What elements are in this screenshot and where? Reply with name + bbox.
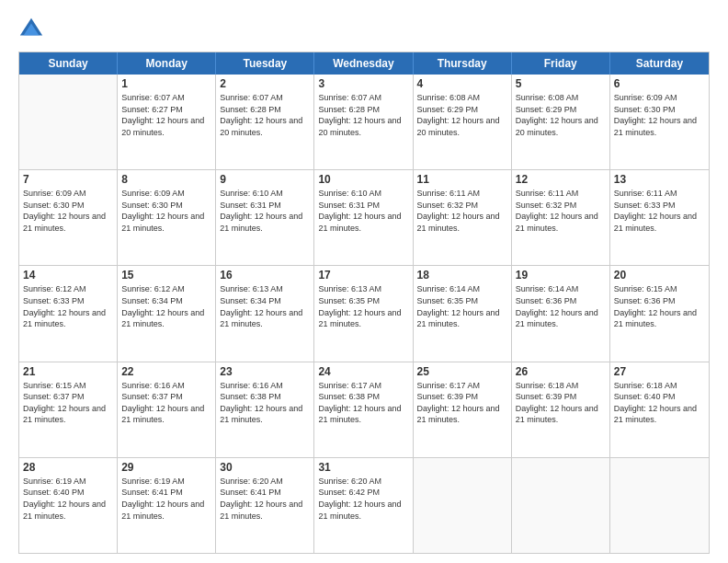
- cal-cell: 17Sunrise: 6:13 AMSunset: 6:35 PMDayligh…: [314, 266, 413, 361]
- day-number: 19: [516, 269, 606, 282]
- day-info: Sunrise: 6:18 AMSunset: 6:40 PMDaylight:…: [614, 380, 705, 426]
- cal-week-4: 21Sunrise: 6:15 AMSunset: 6:37 PMDayligh…: [19, 362, 709, 458]
- cal-cell: 27Sunrise: 6:18 AMSunset: 6:40 PMDayligh…: [610, 362, 709, 457]
- cal-cell: 29Sunrise: 6:19 AMSunset: 6:41 PMDayligh…: [118, 458, 216, 553]
- cal-header-wednesday: Wednesday: [314, 52, 413, 75]
- day-number: 30: [220, 461, 310, 474]
- day-info: Sunrise: 6:07 AMSunset: 6:28 PMDaylight:…: [220, 92, 310, 138]
- cal-cell: 19Sunrise: 6:14 AMSunset: 6:36 PMDayligh…: [512, 266, 610, 361]
- day-number: 22: [121, 365, 211, 378]
- day-info: Sunrise: 6:10 AMSunset: 6:31 PMDaylight:…: [220, 188, 310, 234]
- day-info: Sunrise: 6:13 AMSunset: 6:35 PMDaylight:…: [318, 283, 408, 329]
- cal-cell: 31Sunrise: 6:20 AMSunset: 6:42 PMDayligh…: [314, 458, 413, 553]
- day-info: Sunrise: 6:20 AMSunset: 6:42 PMDaylight:…: [318, 476, 408, 522]
- cal-cell: 24Sunrise: 6:17 AMSunset: 6:38 PMDayligh…: [314, 362, 413, 457]
- cal-cell: 14Sunrise: 6:12 AMSunset: 6:33 PMDayligh…: [19, 266, 118, 361]
- cal-header-saturday: Saturday: [610, 52, 709, 75]
- cal-week-1: 1Sunrise: 6:07 AMSunset: 6:27 PMDaylight…: [19, 75, 709, 170]
- day-number: 8: [121, 173, 211, 186]
- day-number: 14: [23, 269, 113, 282]
- day-number: 3: [318, 77, 408, 90]
- cal-cell: 12Sunrise: 6:11 AMSunset: 6:32 PMDayligh…: [512, 170, 610, 265]
- day-info: Sunrise: 6:15 AMSunset: 6:36 PMDaylight:…: [614, 283, 705, 329]
- cal-cell: [19, 75, 118, 169]
- cal-cell: 1Sunrise: 6:07 AMSunset: 6:27 PMDaylight…: [118, 75, 216, 169]
- day-info: Sunrise: 6:15 AMSunset: 6:37 PMDaylight:…: [23, 380, 113, 426]
- day-info: Sunrise: 6:07 AMSunset: 6:28 PMDaylight:…: [318, 92, 408, 138]
- cal-cell: [610, 458, 709, 553]
- cal-cell: 6Sunrise: 6:09 AMSunset: 6:30 PMDaylight…: [610, 75, 709, 169]
- day-number: 21: [23, 365, 113, 378]
- day-info: Sunrise: 6:08 AMSunset: 6:29 PMDaylight:…: [516, 92, 606, 138]
- day-info: Sunrise: 6:19 AMSunset: 6:41 PMDaylight:…: [121, 476, 211, 522]
- cal-cell: 20Sunrise: 6:15 AMSunset: 6:36 PMDayligh…: [610, 266, 709, 361]
- cal-cell: 21Sunrise: 6:15 AMSunset: 6:37 PMDayligh…: [19, 362, 118, 457]
- day-number: 23: [220, 365, 310, 378]
- day-info: Sunrise: 6:16 AMSunset: 6:38 PMDaylight:…: [220, 380, 310, 426]
- day-number: 20: [614, 269, 705, 282]
- calendar: SundayMondayTuesdayWednesdayThursdayFrid…: [18, 52, 710, 554]
- cal-cell: 26Sunrise: 6:18 AMSunset: 6:39 PMDayligh…: [512, 362, 610, 457]
- cal-cell: 15Sunrise: 6:12 AMSunset: 6:34 PMDayligh…: [118, 266, 216, 361]
- cal-week-3: 14Sunrise: 6:12 AMSunset: 6:33 PMDayligh…: [19, 266, 709, 362]
- cal-cell: 30Sunrise: 6:20 AMSunset: 6:41 PMDayligh…: [216, 458, 314, 553]
- logo-icon: [18, 17, 44, 42]
- cal-cell: 18Sunrise: 6:14 AMSunset: 6:35 PMDayligh…: [414, 266, 512, 361]
- day-info: Sunrise: 6:09 AMSunset: 6:30 PMDaylight:…: [23, 188, 113, 234]
- day-number: 29: [121, 461, 211, 474]
- cal-header-monday: Monday: [118, 52, 216, 75]
- day-number: 24: [318, 365, 408, 378]
- cal-week-2: 7Sunrise: 6:09 AMSunset: 6:30 PMDaylight…: [19, 170, 709, 266]
- day-number: 25: [417, 365, 507, 378]
- page: SundayMondayTuesdayWednesdayThursdayFrid…: [0, 0, 728, 563]
- cal-cell: 25Sunrise: 6:17 AMSunset: 6:39 PMDayligh…: [414, 362, 512, 457]
- day-info: Sunrise: 6:07 AMSunset: 6:27 PMDaylight:…: [121, 92, 211, 138]
- day-info: Sunrise: 6:12 AMSunset: 6:34 PMDaylight:…: [121, 283, 211, 329]
- cal-cell: 23Sunrise: 6:16 AMSunset: 6:38 PMDayligh…: [216, 362, 314, 457]
- cal-header-tuesday: Tuesday: [216, 52, 314, 75]
- cal-cell: 5Sunrise: 6:08 AMSunset: 6:29 PMDaylight…: [512, 75, 610, 169]
- day-info: Sunrise: 6:16 AMSunset: 6:37 PMDaylight:…: [121, 380, 211, 426]
- cal-cell: 13Sunrise: 6:11 AMSunset: 6:33 PMDayligh…: [610, 170, 709, 265]
- cal-cell: [414, 458, 512, 553]
- day-info: Sunrise: 6:20 AMSunset: 6:41 PMDaylight:…: [220, 476, 310, 522]
- day-number: 2: [220, 77, 310, 90]
- cal-cell: 11Sunrise: 6:11 AMSunset: 6:32 PMDayligh…: [414, 170, 512, 265]
- day-info: Sunrise: 6:14 AMSunset: 6:35 PMDaylight:…: [417, 283, 507, 329]
- day-number: 11: [417, 173, 507, 186]
- day-number: 31: [318, 461, 408, 474]
- day-number: 12: [516, 173, 606, 186]
- day-number: 27: [614, 365, 705, 378]
- day-info: Sunrise: 6:11 AMSunset: 6:33 PMDaylight:…: [614, 188, 705, 234]
- cal-cell: 9Sunrise: 6:10 AMSunset: 6:31 PMDaylight…: [216, 170, 314, 265]
- day-info: Sunrise: 6:14 AMSunset: 6:36 PMDaylight:…: [516, 283, 606, 329]
- cal-cell: 3Sunrise: 6:07 AMSunset: 6:28 PMDaylight…: [314, 75, 413, 169]
- day-info: Sunrise: 6:17 AMSunset: 6:38 PMDaylight:…: [318, 380, 408, 426]
- day-number: 15: [121, 269, 211, 282]
- day-info: Sunrise: 6:17 AMSunset: 6:39 PMDaylight:…: [417, 380, 507, 426]
- day-number: 26: [516, 365, 606, 378]
- day-number: 6: [614, 77, 705, 90]
- cal-header-friday: Friday: [512, 52, 610, 75]
- cal-cell: 4Sunrise: 6:08 AMSunset: 6:29 PMDaylight…: [414, 75, 512, 169]
- cal-cell: 28Sunrise: 6:19 AMSunset: 6:40 PMDayligh…: [19, 458, 118, 553]
- day-number: 16: [220, 269, 310, 282]
- day-number: 1: [121, 77, 211, 90]
- logo: [18, 17, 48, 42]
- day-number: 9: [220, 173, 310, 186]
- cal-cell: 22Sunrise: 6:16 AMSunset: 6:37 PMDayligh…: [118, 362, 216, 457]
- day-info: Sunrise: 6:11 AMSunset: 6:32 PMDaylight:…: [516, 188, 606, 234]
- cal-cell: 2Sunrise: 6:07 AMSunset: 6:28 PMDaylight…: [216, 75, 314, 169]
- cal-header-thursday: Thursday: [414, 52, 512, 75]
- day-number: 17: [318, 269, 408, 282]
- day-info: Sunrise: 6:13 AMSunset: 6:34 PMDaylight:…: [220, 283, 310, 329]
- cal-cell: 8Sunrise: 6:09 AMSunset: 6:30 PMDaylight…: [118, 170, 216, 265]
- day-number: 13: [614, 173, 705, 186]
- day-info: Sunrise: 6:09 AMSunset: 6:30 PMDaylight:…: [614, 92, 705, 138]
- cal-cell: 7Sunrise: 6:09 AMSunset: 6:30 PMDaylight…: [19, 170, 118, 265]
- cal-week-5: 28Sunrise: 6:19 AMSunset: 6:40 PMDayligh…: [19, 458, 709, 553]
- day-number: 4: [417, 77, 507, 90]
- day-number: 5: [516, 77, 606, 90]
- day-info: Sunrise: 6:18 AMSunset: 6:39 PMDaylight:…: [516, 380, 606, 426]
- cal-header-sunday: Sunday: [19, 52, 118, 75]
